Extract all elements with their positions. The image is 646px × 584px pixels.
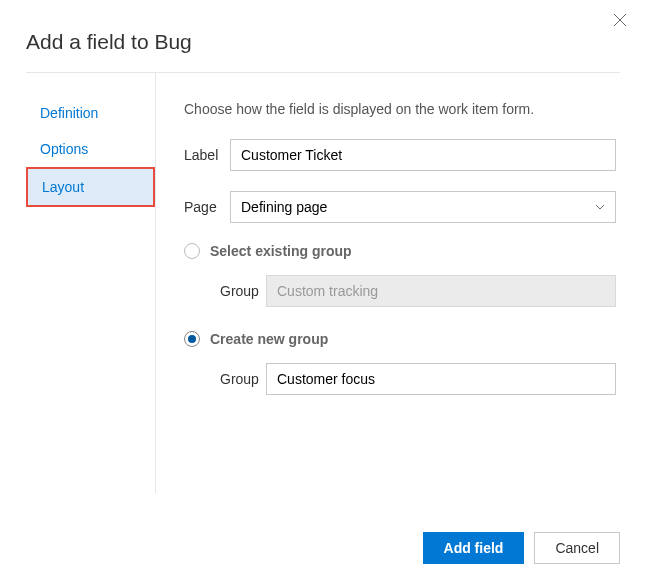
page-select-value[interactable] [230, 191, 616, 223]
existing-group-caption: Group [220, 283, 266, 299]
radio-create-group[interactable]: Create new group [184, 331, 616, 347]
add-field-dialog: Add a field to Bug Definition Options La… [0, 0, 646, 584]
close-button[interactable] [610, 10, 630, 30]
radio-create-input[interactable] [184, 331, 200, 347]
layout-panel: Choose how the field is displayed on the… [156, 73, 620, 493]
tab-options[interactable]: Options [26, 131, 155, 167]
radio-existing-input[interactable] [184, 243, 200, 259]
cancel-button[interactable]: Cancel [534, 532, 620, 564]
page-select[interactable] [230, 191, 616, 223]
tab-layout[interactable]: Layout [26, 167, 155, 207]
label-caption: Label [184, 147, 230, 163]
create-group-section: Create new group Group [184, 331, 616, 395]
dialog-title: Add a field to Bug [0, 0, 646, 72]
add-field-button[interactable]: Add field [423, 532, 525, 564]
page-caption: Page [184, 199, 230, 215]
radio-dot-icon [188, 335, 196, 343]
create-group-row: Group [184, 363, 616, 395]
existing-group-row: Group [184, 275, 616, 307]
dialog-body: Definition Options Layout Choose how the… [0, 73, 646, 493]
tabs-sidebar: Definition Options Layout [26, 73, 156, 493]
intro-text: Choose how the field is displayed on the… [184, 101, 616, 117]
create-group-caption: Group [220, 371, 266, 387]
tab-definition[interactable]: Definition [26, 95, 155, 131]
label-input[interactable] [230, 139, 616, 171]
dialog-footer: Add field Cancel [423, 532, 620, 564]
create-group-input[interactable] [266, 363, 616, 395]
close-icon [613, 13, 627, 27]
page-row: Page [184, 191, 616, 223]
label-row: Label [184, 139, 616, 171]
radio-create-label: Create new group [210, 331, 328, 347]
existing-group-section: Select existing group Group [184, 243, 616, 307]
radio-existing-label: Select existing group [210, 243, 352, 259]
radio-existing-group[interactable]: Select existing group [184, 243, 616, 259]
existing-group-input [266, 275, 616, 307]
